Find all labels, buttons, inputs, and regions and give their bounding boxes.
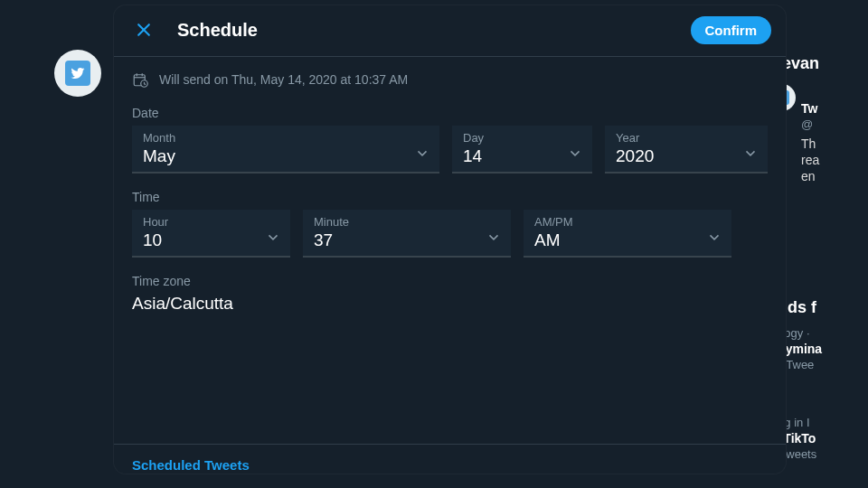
timezone-block: Time zone Asia/Calcutta [132,274,768,314]
month-value: May [143,146,429,166]
minute-value: 37 [314,230,500,250]
hour-value: 10 [143,230,279,250]
close-icon [135,21,153,39]
date-section-label: Date [132,106,768,120]
timezone-label: Time zone [132,274,768,288]
compose-avatar [54,50,101,97]
close-button[interactable] [128,14,159,45]
month-label: Month [143,131,429,145]
bg-line-3: en [801,169,819,183]
year-value: 2020 [616,146,757,166]
ampm-select[interactable]: AM/PM AM [524,210,731,258]
bg-line-1: Th [801,136,819,151]
modal-footer: Scheduled Tweets [114,444,786,474]
twitter-icon [65,61,90,86]
bg-account-at: @ [801,117,819,131]
bg-account-name: Tw [801,101,819,116]
year-select[interactable]: Year 2020 [605,126,768,174]
timezone-value: Asia/Calcutta [132,294,768,314]
modal-title: Schedule [177,20,673,41]
chevron-down-icon [486,229,502,249]
year-label: Year [616,131,757,145]
minute-select[interactable]: Minute 37 [303,210,511,258]
chevron-down-icon [567,145,583,164]
chevron-down-icon [414,145,430,164]
calendar-clock-icon [132,71,148,88]
ampm-label: AM/PM [534,215,721,229]
minute-label: Minute [314,215,500,229]
chevron-down-icon [265,229,281,249]
chevron-down-icon [742,145,759,164]
hour-label: Hour [143,215,279,229]
modal-body: Will send on Thu, May 14, 2020 at 10:37 … [114,57,786,444]
day-label: Day [463,131,581,145]
day-select[interactable]: Day 14 [452,126,592,174]
ampm-value: AM [534,230,721,250]
chevron-down-icon [706,229,722,249]
month-select[interactable]: Month May [132,126,439,174]
time-section-label: Time [132,190,768,204]
bg-line-2: rea [801,153,819,167]
svg-line-8 [145,84,146,85]
date-row: Month May Day 14 Year 2020 [132,126,768,174]
send-time-summary: Will send on Thu, May 14, 2020 at 10:37 … [132,71,768,88]
send-time-text: Will send on Thu, May 14, 2020 at 10:37 … [159,72,408,87]
modal-header: Schedule Confirm [114,5,786,57]
hour-select[interactable]: Hour 10 [132,210,290,258]
confirm-button[interactable]: Confirm [691,16,772,44]
time-row: Hour 10 Minute 37 AM/PM AM [132,210,768,258]
schedule-modal: Schedule Confirm Will send on Thu, May 1… [113,5,787,474]
day-value: 14 [463,146,581,166]
scheduled-tweets-link[interactable]: Scheduled Tweets [132,457,250,473]
